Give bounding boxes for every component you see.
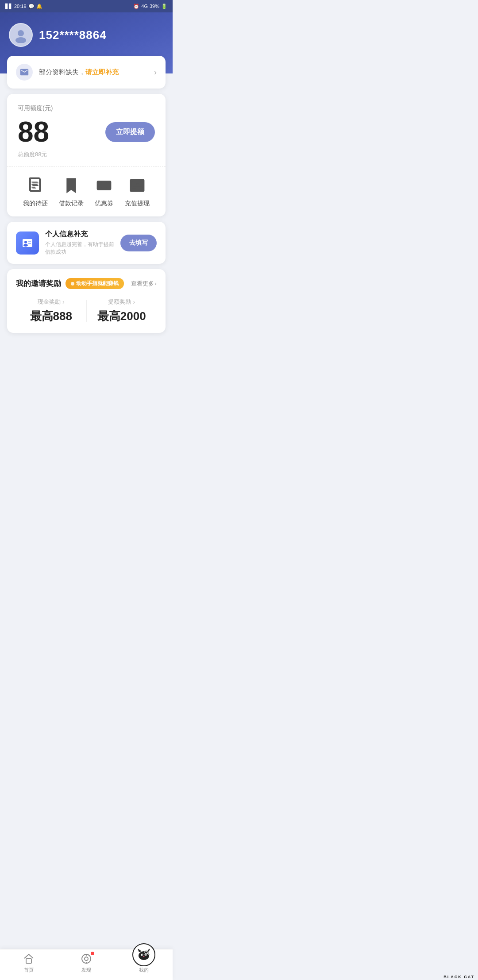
avatar[interactable] (9, 23, 33, 47)
quick-label-records: 借款记录 (59, 200, 84, 208)
signal-icon: ▋▋ (5, 4, 12, 9)
quick-label-coupons: 优惠券 (95, 200, 113, 208)
personal-icon-wrap (16, 231, 39, 255)
ticket-icon (94, 176, 114, 195)
atm-icon: ¥ (127, 176, 147, 195)
svg-text:¥: ¥ (136, 182, 139, 187)
svg-point-0 (18, 30, 24, 36)
svg-point-18 (24, 241, 27, 243)
personal-text: 个人信息补充 个人信息越完善，有助于提前借款成功 (45, 230, 114, 256)
personal-info-card: 个人信息补充 个人信息越完善，有助于提前借款成功 去填写 (7, 222, 166, 264)
cash-chevron-icon: › (62, 298, 65, 305)
svg-rect-10 (97, 181, 111, 190)
credit-chevron-icon: › (133, 298, 135, 305)
profile-row: 152****8864 (9, 23, 164, 47)
cash-reward-value: 最高888 (30, 309, 72, 324)
info-missing-card[interactable]: 部分资料缺失，请立即补充 › (7, 56, 166, 89)
main-content: ▋▋ 20:19 💬 🔔 ⏰ 4G 39% 🔋 152****8864 (0, 0, 173, 374)
quick-item-recharge[interactable]: ¥ 充值提现 (125, 176, 150, 208)
invite-rewards: 现金奖励 › 最高888 提额奖励 › 最高2000 (16, 298, 157, 324)
network-icon: 4G (141, 4, 148, 9)
svg-rect-6 (30, 178, 40, 191)
svg-point-19 (23, 244, 28, 247)
credit-amount: 88 (18, 118, 49, 146)
credit-total: 总额度88元 (18, 150, 155, 158)
invite-badge: 动动手指就能赚钱 (66, 278, 124, 289)
quick-label-recharge: 充值提现 (125, 200, 150, 208)
credit-reward-item[interactable]: 提额奖励 › 最高2000 (87, 298, 157, 324)
status-bar-right: ⏰ 4G 39% 🔋 (133, 4, 167, 9)
invite-card: 我的邀请奖励 动动手指就能赚钱 查看更多 › 现金奖励 › 最高888 (7, 269, 166, 333)
chevron-right-icon: › (154, 68, 157, 77)
quick-menu: 我的待还 借款记录 (18, 167, 155, 216)
status-bar-left: ▋▋ 20:19 💬 🔔 (5, 4, 42, 9)
credit-card: 可用额度(元) 88 立即提额 总额度88元 (7, 94, 166, 216)
battery-icon: 🔋 (161, 4, 167, 9)
bookmark-icon (62, 176, 81, 195)
phone-number: 152****8864 (39, 28, 107, 42)
credit-label: 可用额度(元) (18, 104, 155, 112)
status-bar: ▋▋ 20:19 💬 🔔 ⏰ 4G 39% 🔋 (0, 0, 173, 12)
view-more-link[interactable]: 查看更多 › (131, 280, 157, 288)
quick-item-coupons[interactable]: 优惠券 (94, 176, 114, 208)
notification-icon: 🔔 (36, 4, 42, 9)
fill-button[interactable]: 去填写 (120, 235, 157, 251)
info-missing-icon-wrap (16, 64, 33, 81)
quick-item-records[interactable]: 借款记录 (59, 176, 84, 208)
alarm-icon: ⏰ (133, 4, 139, 9)
cash-reward-label: 现金奖励 › (38, 298, 65, 306)
credit-row: 88 立即提额 (18, 118, 155, 146)
time: 20:19 (14, 4, 27, 9)
battery-percent: 39% (150, 4, 159, 9)
withdraw-button[interactable]: 立即提额 (105, 122, 155, 142)
cards-container: 部分资料缺失，请立即补充 › 可用额度(元) 88 立即提额 总额度88元 (0, 56, 173, 333)
info-missing-text: 部分资料缺失，请立即补充 (39, 68, 148, 77)
credit-reward-value: 最高2000 (97, 309, 146, 324)
badge-dot (71, 282, 74, 286)
quick-label-pending: 我的待还 (23, 200, 48, 208)
invite-header: 我的邀请奖励 动动手指就能赚钱 查看更多 › (16, 278, 157, 289)
invite-title: 我的邀请奖励 (16, 278, 61, 289)
credit-reward-label: 提额奖励 › (108, 298, 135, 306)
cash-reward-item[interactable]: 现金奖励 › 最高888 (16, 298, 86, 324)
wechat-icon: 💬 (28, 4, 35, 9)
document-icon (26, 176, 45, 195)
svg-point-1 (15, 37, 26, 43)
info-missing-link[interactable]: 请立即补充 (85, 68, 119, 76)
personal-subtitle: 个人信息越完善，有助于提前借款成功 (45, 241, 114, 256)
quick-item-pending[interactable]: 我的待还 (23, 176, 48, 208)
personal-title: 个人信息补充 (45, 230, 114, 239)
